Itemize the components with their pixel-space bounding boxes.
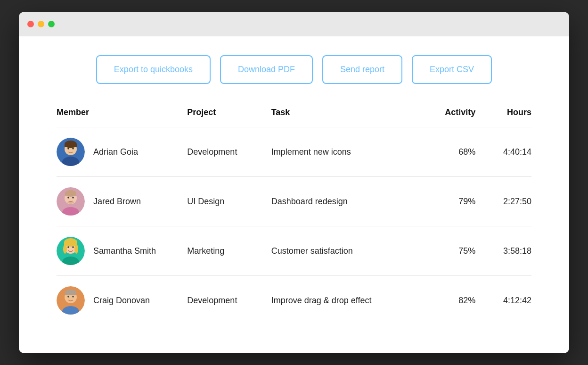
toolbar: Export to quickbooks Download PDF Send r… xyxy=(57,55,531,84)
task-cell-samantha-smith: Customer satisfaction xyxy=(271,226,420,276)
report-table: Member Project Task Activity Hours xyxy=(57,108,531,325)
avatar-jared-brown xyxy=(57,187,85,216)
table-row: Craig Donovan Development Improve drag &… xyxy=(57,276,531,325)
svg-point-14 xyxy=(72,197,74,199)
titlebar xyxy=(19,12,569,36)
project-cell-samantha-smith: Marketing xyxy=(187,226,271,276)
hours-cell-jared-brown: 2:27:50 xyxy=(475,177,531,226)
svg-point-22 xyxy=(67,246,69,248)
project-cell-craig-donovan: Development xyxy=(187,276,271,325)
header-task: Task xyxy=(271,108,420,127)
avatar-craig-donovan xyxy=(57,286,85,315)
table-row: Jared Brown UI Design Dashboard redesign… xyxy=(57,177,531,226)
close-button[interactable] xyxy=(27,21,34,27)
app-window: Export to quickbooks Download PDF Send r… xyxy=(19,12,569,353)
svg-point-6 xyxy=(72,148,74,149)
svg-rect-28 xyxy=(65,292,76,295)
header-member: Member xyxy=(57,108,187,127)
avatar-adrian-goia xyxy=(57,138,85,166)
svg-point-21 xyxy=(74,244,78,254)
task-cell-jared-brown: Dashboard redesign xyxy=(271,177,420,226)
download-pdf-button[interactable]: Download PDF xyxy=(220,55,313,84)
member-name-jared-brown: Jared Brown xyxy=(93,197,141,207)
member-cell-jared-brown: Jared Brown xyxy=(57,177,187,226)
svg-point-23 xyxy=(72,246,74,248)
header-project: Project xyxy=(187,108,271,127)
table-row: Adrian Goia Development Implement new ic… xyxy=(57,127,531,177)
svg-point-20 xyxy=(63,244,67,254)
project-cell-jared-brown: UI Design xyxy=(187,177,271,226)
activity-cell-jared-brown: 79% xyxy=(420,177,476,226)
hours-cell-adrian-goia: 4:40:14 xyxy=(475,127,531,177)
header-activity: Activity xyxy=(420,108,476,127)
member-cell-adrian-goia: Adrian Goia xyxy=(57,127,187,177)
activity-cell-samantha-smith: 75% xyxy=(420,226,476,276)
member-cell-samantha-smith: Samantha Smith xyxy=(57,226,187,276)
svg-point-30 xyxy=(72,296,74,298)
task-cell-adrian-goia: Implement new icons xyxy=(271,127,420,177)
table-header-row: Member Project Task Activity Hours xyxy=(57,108,531,127)
member-name-craig-donovan: Craig Donovan xyxy=(93,296,150,306)
avatar-samantha-smith xyxy=(57,237,85,265)
traffic-lights xyxy=(27,21,55,27)
member-cell-craig-donovan: Craig Donovan xyxy=(57,276,187,325)
table-row: Samantha Smith Marketing Customer satisf… xyxy=(57,226,531,276)
svg-point-13 xyxy=(67,197,69,199)
export-csv-button[interactable]: Export CSV xyxy=(412,55,492,84)
member-name-samantha-smith: Samantha Smith xyxy=(93,246,156,256)
hours-cell-samantha-smith: 3:58:18 xyxy=(475,226,531,276)
main-content: Export to quickbooks Download PDF Send r… xyxy=(19,36,569,353)
svg-point-29 xyxy=(67,296,69,298)
member-name-adrian-goia: Adrian Goia xyxy=(93,147,138,157)
minimize-button[interactable] xyxy=(38,21,44,27)
header-hours: Hours xyxy=(475,108,531,127)
project-cell-adrian-goia: Development xyxy=(187,127,271,177)
activity-cell-craig-donovan: 82% xyxy=(420,276,476,325)
activity-cell-adrian-goia: 68% xyxy=(420,127,476,177)
task-cell-craig-donovan: Improve drag & drop effect xyxy=(271,276,420,325)
hours-cell-craig-donovan: 4:12:42 xyxy=(475,276,531,325)
svg-point-5 xyxy=(67,148,69,149)
export-quickbooks-button[interactable]: Export to quickbooks xyxy=(96,55,211,84)
svg-rect-4 xyxy=(65,144,77,147)
svg-rect-11 xyxy=(65,193,76,196)
send-report-button[interactable]: Send report xyxy=(322,55,402,84)
maximize-button[interactable] xyxy=(48,21,55,27)
